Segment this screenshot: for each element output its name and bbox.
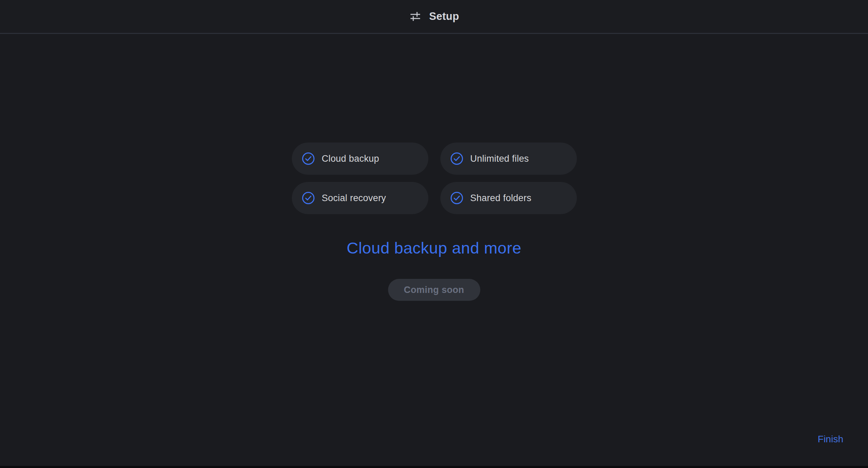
check-circle-icon xyxy=(302,152,315,165)
coming-soon-button[interactable]: Coming soon xyxy=(388,279,480,301)
check-circle-icon xyxy=(450,152,463,165)
feature-label: Cloud backup xyxy=(322,153,379,164)
section-heading: Cloud backup and more xyxy=(0,238,868,257)
header-bar: Setup xyxy=(0,0,868,34)
feature-pill-shared-folders: Shared folders xyxy=(440,182,577,214)
check-circle-icon xyxy=(302,192,315,205)
feature-label: Shared folders xyxy=(470,193,531,204)
feature-label: Unlimited files xyxy=(470,153,529,164)
feature-pill-social-recovery: Social recovery xyxy=(292,182,428,214)
sliders-icon xyxy=(409,10,422,23)
finish-button[interactable]: Finish xyxy=(818,434,843,445)
feature-pill-unlimited-files: Unlimited files xyxy=(440,143,577,175)
feature-label: Social recovery xyxy=(322,193,386,204)
feature-pill-cloud-backup: Cloud backup xyxy=(292,143,428,175)
setup-window: Setup Cloud backup Unlimited files Socia… xyxy=(0,0,868,468)
page-title: Setup xyxy=(429,10,459,23)
window-bottom-edge xyxy=(0,466,868,468)
feature-list: Cloud backup Unlimited files Social reco… xyxy=(292,143,577,214)
check-circle-icon xyxy=(450,192,463,205)
